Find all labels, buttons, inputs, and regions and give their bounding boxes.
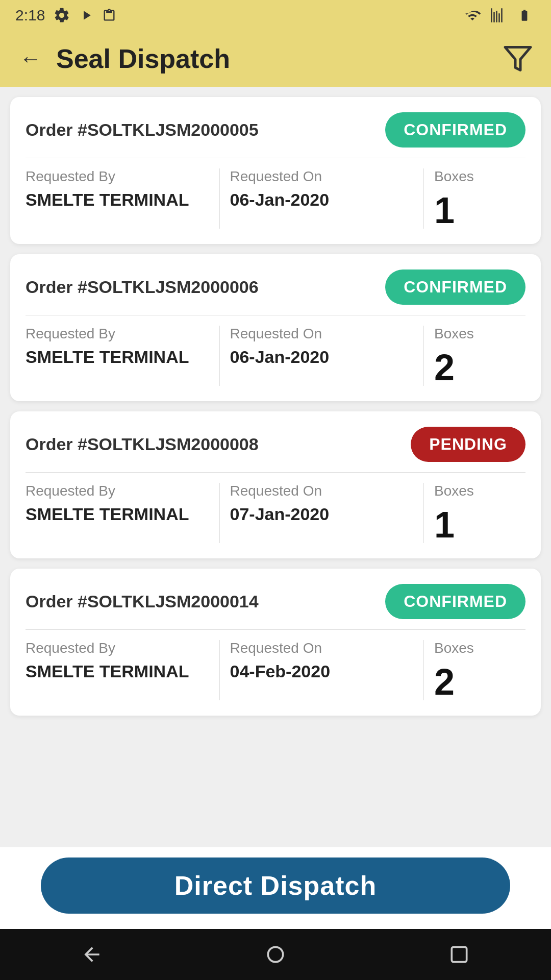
card-divider: [26, 158, 525, 158]
requested-on-section: Requested On 06-Jan-2020: [219, 326, 424, 386]
order-number: Order #SOLTKLJSM2000005: [26, 120, 259, 140]
requested-by-value: SMELTE TERMINAL: [26, 504, 209, 524]
boxes-section: Boxes 2: [423, 640, 525, 700]
requested-on-value: 06-Jan-2020: [230, 190, 414, 210]
status-badge: CONFIRMED: [385, 584, 525, 619]
filter-button[interactable]: [500, 41, 536, 77]
requested-on-label: Requested On: [230, 640, 414, 656]
requested-by-section: Requested By SMELTE TERMINAL: [26, 640, 219, 700]
requested-on-section: Requested On 07-Jan-2020: [219, 483, 424, 543]
requested-on-label: Requested On: [230, 326, 414, 342]
wifi-icon: [462, 8, 483, 23]
requested-by-label: Requested By: [26, 168, 209, 185]
card-details: Requested By SMELTE TERMINAL Requested O…: [26, 168, 525, 229]
requested-on-section: Requested On 04-Feb-2020: [219, 640, 424, 700]
boxes-label: Boxes: [434, 326, 474, 342]
requested-by-value: SMELTE TERMINAL: [26, 662, 209, 681]
order-card-2[interactable]: Order #SOLTKLJSM2000006 CONFIRMED Reques…: [10, 254, 541, 401]
requested-by-section: Requested By SMELTE TERMINAL: [26, 168, 219, 229]
requested-on-section: Requested On 06-Jan-2020: [219, 168, 424, 229]
requested-by-value: SMELTE TERMINAL: [26, 347, 209, 367]
requested-by-section: Requested By SMELTE TERMINAL: [26, 326, 219, 386]
boxes-label: Boxes: [434, 640, 474, 656]
order-number: Order #SOLTKLJSM2000014: [26, 592, 259, 611]
requested-by-section: Requested By SMELTE TERMINAL: [26, 483, 219, 543]
svg-point-1: [268, 947, 283, 962]
navigation-bar: [0, 929, 551, 980]
battery-icon: [513, 9, 536, 22]
boxes-value: 2: [434, 664, 455, 700]
nav-recent-button[interactable]: [446, 942, 472, 967]
order-card-3[interactable]: Order #SOLTKLJSM2000008 PENDING Requeste…: [10, 411, 541, 558]
time-display: 2:18: [15, 7, 45, 24]
boxes-value: 1: [434, 192, 455, 229]
boxes-section: Boxes 1: [423, 483, 525, 543]
order-number: Order #SOLTKLJSM2000008: [26, 434, 259, 454]
orders-list: Order #SOLTKLJSM2000005 CONFIRMED Reques…: [0, 87, 551, 847]
requested-on-value: 06-Jan-2020: [230, 347, 414, 367]
status-badge: CONFIRMED: [385, 270, 525, 305]
order-number: Order #SOLTKLJSM2000006: [26, 277, 259, 297]
svg-marker-0: [505, 47, 531, 70]
app-bar: ← Seal Dispatch: [0, 31, 551, 87]
requested-on-label: Requested On: [230, 168, 414, 185]
requested-by-label: Requested By: [26, 326, 209, 342]
order-card-1[interactable]: Order #SOLTKLJSM2000005 CONFIRMED Reques…: [10, 97, 541, 244]
nav-home-button[interactable]: [263, 942, 288, 967]
boxes-value: 1: [434, 506, 455, 543]
requested-by-value: SMELTE TERMINAL: [26, 190, 209, 210]
bottom-bar: Direct Dispatch: [0, 847, 551, 929]
back-button[interactable]: ←: [15, 43, 46, 74]
requested-on-value: 07-Jan-2020: [230, 504, 414, 524]
boxes-section: Boxes 1: [423, 168, 525, 229]
clipboard-icon: [102, 7, 116, 24]
signal-icon: [489, 8, 507, 23]
boxes-label: Boxes: [434, 483, 474, 499]
status-badge: CONFIRMED: [385, 112, 525, 148]
order-card-4[interactable]: Order #SOLTKLJSM2000014 CONFIRMED Reques…: [10, 569, 541, 716]
requested-by-label: Requested By: [26, 483, 209, 499]
card-header: Order #SOLTKLJSM2000006 CONFIRMED: [26, 270, 525, 305]
card-header: Order #SOLTKLJSM2000005 CONFIRMED: [26, 112, 525, 148]
card-details: Requested By SMELTE TERMINAL Requested O…: [26, 483, 525, 543]
boxes-label: Boxes: [434, 168, 474, 185]
card-header: Order #SOLTKLJSM2000008 PENDING: [26, 427, 525, 462]
page-title: Seal Dispatch: [56, 43, 500, 74]
card-divider: [26, 629, 525, 630]
svg-rect-2: [452, 947, 466, 962]
nav-back-button[interactable]: [79, 942, 105, 967]
requested-on-value: 04-Feb-2020: [230, 662, 414, 681]
card-divider: [26, 315, 525, 315]
requested-by-label: Requested By: [26, 640, 209, 656]
filter-icon: [503, 43, 533, 74]
card-header: Order #SOLTKLJSM2000014 CONFIRMED: [26, 584, 525, 619]
status-icons: [462, 8, 536, 23]
status-bar: 2:18: [0, 0, 551, 31]
boxes-value: 2: [434, 349, 455, 386]
back-arrow-icon: ←: [19, 46, 42, 71]
boxes-section: Boxes 2: [423, 326, 525, 386]
card-divider: [26, 472, 525, 473]
direct-dispatch-button[interactable]: Direct Dispatch: [41, 857, 510, 914]
card-details: Requested By SMELTE TERMINAL Requested O…: [26, 326, 525, 386]
requested-on-label: Requested On: [230, 483, 414, 499]
status-badge: PENDING: [411, 427, 525, 462]
settings-icon: [53, 7, 70, 24]
play-icon: [79, 7, 94, 24]
card-details: Requested By SMELTE TERMINAL Requested O…: [26, 640, 525, 700]
